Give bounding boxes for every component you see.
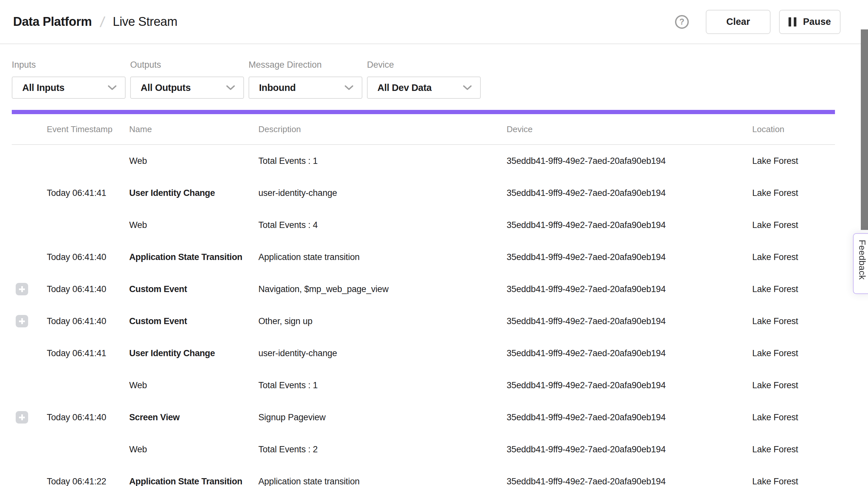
breadcrumb-data-platform[interactable]: Data Platform: [13, 15, 92, 29]
event-location-cell: Lake Forest: [752, 348, 836, 359]
event-description-cell: Other, sign up: [258, 316, 506, 326]
chevron-down-icon: [108, 85, 117, 90]
vertical-scrollbar[interactable]: [861, 29, 868, 230]
event-device-cell: 35eddb41-9ff9-49e2-7aed-20afa90eb194: [506, 348, 752, 359]
stream-accent-bar: [12, 110, 835, 114]
message-direction-select[interactable]: Inbound: [249, 77, 362, 99]
event-name-cell: User Identity Change: [129, 188, 258, 198]
event-name-cell: Custom Event: [129, 284, 258, 294]
pause-button[interactable]: Pause: [779, 10, 840, 34]
chevron-down-icon: [463, 85, 472, 90]
table-row[interactable]: Today 06:41:41 User Identity Change user…: [12, 337, 835, 369]
chevron-down-icon: [226, 85, 235, 90]
event-name-cell: Custom Event: [129, 316, 258, 326]
page-title: Live Stream: [113, 15, 177, 29]
inputs-select[interactable]: All Inputs: [12, 77, 126, 99]
col-location: Location: [752, 124, 836, 134]
table-row[interactable]: Today 06:41:40 Custom Event Navigation, …: [12, 273, 835, 305]
col-name: Name: [129, 124, 258, 134]
event-timestamp-cell: Today 06:41:40: [47, 252, 129, 262]
table-row[interactable]: Today 06:41:40 Custom Event Other, sign …: [12, 305, 835, 337]
top-bar: Data Platform / Live Stream ? Clear Paus…: [0, 0, 868, 44]
event-description-cell: Application state transition: [258, 477, 506, 486]
event-description-cell: Navigation, $mp_web_page_view: [258, 284, 506, 294]
event-location-cell: Lake Forest: [752, 252, 836, 262]
breadcrumb: Data Platform / Live Stream: [13, 13, 177, 31]
event-device-cell: 35eddb41-9ff9-49e2-7aed-20afa90eb194: [506, 316, 752, 326]
event-device-cell: 35eddb41-9ff9-49e2-7aed-20afa90eb194: [506, 188, 752, 198]
help-icon[interactable]: ?: [675, 15, 689, 29]
event-location-cell: Lake Forest: [752, 156, 836, 166]
event-device-cell: 35eddb41-9ff9-49e2-7aed-20afa90eb194: [506, 381, 752, 391]
filter-inputs: Inputs All Inputs: [12, 60, 126, 99]
table-row[interactable]: Today 06:41:41 User Identity Change user…: [12, 177, 835, 209]
device-select[interactable]: All Dev Data: [367, 77, 481, 99]
event-name-cell: Web: [129, 381, 258, 391]
event-device-cell: 35eddb41-9ff9-49e2-7aed-20afa90eb194: [506, 413, 752, 423]
event-location-cell: Lake Forest: [752, 445, 836, 455]
event-name-cell: Application State Transition: [129, 252, 258, 262]
event-description-cell: Total Events : 1: [258, 381, 506, 391]
event-timestamp-cell: Today 06:41:22: [47, 477, 129, 486]
outputs-select[interactable]: All Outputs: [130, 77, 244, 99]
event-location-cell: Lake Forest: [752, 413, 836, 423]
top-actions: ? Clear Pause: [675, 10, 840, 34]
event-device-cell: 35eddb41-9ff9-49e2-7aed-20afa90eb194: [506, 252, 752, 262]
event-table-body: Web Total Events : 1 35eddb41-9ff9-49e2-…: [0, 145, 868, 486]
expand-row-button[interactable]: [16, 283, 28, 295]
event-timestamp-cell: Today 06:41:41: [47, 348, 129, 359]
col-event-timestamp: Event Timestamp: [47, 124, 129, 134]
col-description: Description: [258, 124, 506, 134]
event-description-cell: Total Events : 4: [258, 220, 506, 230]
chevron-down-icon: [345, 85, 353, 90]
filter-message-direction: Message Direction Inbound: [249, 60, 362, 99]
outputs-select-value: All Outputs: [141, 83, 191, 93]
pause-icon: [788, 17, 796, 27]
pause-button-label: Pause: [803, 17, 831, 27]
breadcrumb-separator: /: [99, 13, 106, 31]
filter-device-label: Device: [367, 60, 481, 70]
event-timestamp-cell: Today 06:41:40: [47, 316, 129, 326]
event-device-cell: 35eddb41-9ff9-49e2-7aed-20afa90eb194: [506, 220, 752, 230]
event-name-cell: Web: [129, 156, 258, 166]
filter-message-direction-label: Message Direction: [249, 60, 362, 70]
event-name-cell: Web: [129, 220, 258, 230]
expand-row-button[interactable]: [16, 315, 28, 327]
event-location-cell: Lake Forest: [752, 381, 836, 391]
event-name-cell: User Identity Change: [129, 348, 258, 359]
event-description-cell: Total Events : 2: [258, 445, 506, 455]
filter-device: Device All Dev Data: [367, 60, 481, 99]
table-row[interactable]: Web Total Events : 1 35eddb41-9ff9-49e2-…: [12, 369, 835, 401]
device-select-value: All Dev Data: [377, 83, 432, 93]
table-header: Event Timestamp Name Description Device …: [12, 114, 835, 145]
filter-inputs-label: Inputs: [12, 60, 126, 70]
event-location-cell: Lake Forest: [752, 220, 836, 230]
event-location-cell: Lake Forest: [752, 188, 836, 198]
event-device-cell: 35eddb41-9ff9-49e2-7aed-20afa90eb194: [506, 156, 752, 166]
event-name-cell: Screen View: [129, 413, 258, 423]
feedback-tab[interactable]: Feedback: [853, 233, 868, 294]
event-description-cell: user-identity-change: [258, 188, 506, 198]
event-location-cell: Lake Forest: [752, 316, 836, 326]
table-row[interactable]: Today 06:41:40 Application State Transit…: [12, 241, 835, 273]
event-name-cell: Web: [129, 445, 258, 455]
inputs-select-value: All Inputs: [22, 83, 64, 93]
event-description-cell: Signup Pageview: [258, 413, 506, 423]
table-row[interactable]: Web Total Events : 4 35eddb41-9ff9-49e2-…: [12, 209, 835, 241]
event-device-cell: 35eddb41-9ff9-49e2-7aed-20afa90eb194: [506, 284, 752, 294]
event-timestamp-cell: Today 06:41:40: [47, 413, 129, 423]
filter-bar: Inputs All Inputs Outputs All Outputs Me…: [0, 44, 868, 99]
event-description-cell: Total Events : 1: [258, 156, 506, 166]
col-device: Device: [506, 124, 752, 134]
event-timestamp-cell: Today 06:41:41: [47, 188, 129, 198]
table-row[interactable]: Web Total Events : 2 35eddb41-9ff9-49e2-…: [12, 433, 835, 465]
table-row[interactable]: Today 06:41:22 Application State Transit…: [12, 465, 835, 486]
event-description-cell: user-identity-change: [258, 348, 506, 359]
clear-button[interactable]: Clear: [706, 10, 771, 34]
event-location-cell: Lake Forest: [752, 284, 836, 294]
table-row[interactable]: Web Total Events : 1 35eddb41-9ff9-49e2-…: [12, 145, 835, 177]
expand-row-button[interactable]: [16, 411, 28, 424]
table-row[interactable]: Today 06:41:40 Screen View Signup Pagevi…: [12, 401, 835, 433]
event-device-cell: 35eddb41-9ff9-49e2-7aed-20afa90eb194: [506, 477, 752, 486]
filter-outputs-label: Outputs: [130, 60, 244, 70]
